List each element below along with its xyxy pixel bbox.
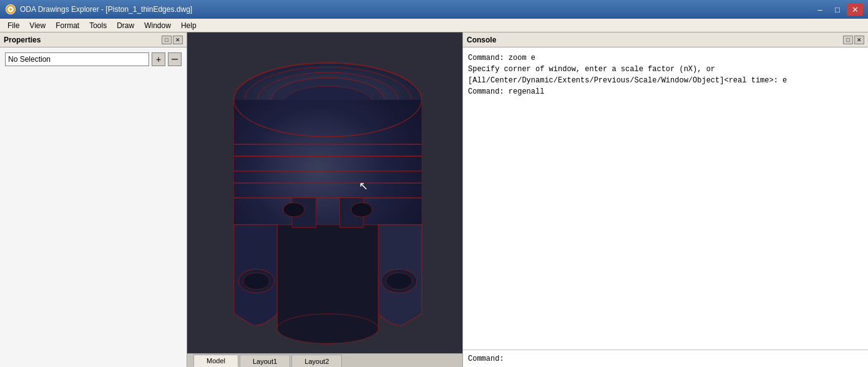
properties-panel: Properties □ ✕ No Selection + <box>0 32 187 367</box>
console-line-3: [All/Center/Dynamic/Extents/Previous/Sca… <box>468 75 863 86</box>
maximize-button[interactable]: □ <box>829 3 846 16</box>
command-input[interactable] <box>507 355 863 363</box>
console-body: Command: zoom e Specify corner of window… <box>463 47 868 350</box>
window-title: ODA Drawings Explorer - [Piston_1_thinEd… <box>20 5 812 14</box>
command-prompt: Command: <box>468 355 504 363</box>
remove-icon <box>171 56 178 63</box>
console-line-1: Command: zoom e <box>468 52 863 64</box>
properties-panel-title: Properties <box>4 36 41 44</box>
menu-format[interactable]: Format <box>51 20 84 31</box>
menu-help[interactable]: Help <box>176 20 202 31</box>
viewport-area[interactable]: ↖ Model Layout1 Layout2 <box>187 32 462 367</box>
add-property-button[interactable]: + <box>152 52 165 66</box>
properties-panel-header: Properties □ ✕ <box>0 32 187 47</box>
app-content: Properties □ ✕ No Selection + <box>0 32 868 367</box>
menu-bar: File View Format Tools Draw Window Help <box>0 19 868 32</box>
svg-rect-3 <box>172 59 178 60</box>
console-header: Console □ ✕ <box>463 32 868 47</box>
properties-panel-controls: □ ✕ <box>162 36 183 44</box>
viewport-canvas[interactable]: ↖ <box>187 32 462 353</box>
menu-file[interactable]: File <box>2 20 24 31</box>
console-footer[interactable]: Command: <box>463 350 868 367</box>
console-line-4: Command: regenall <box>468 86 863 97</box>
menu-tools[interactable]: Tools <box>84 20 112 31</box>
menu-window[interactable]: Window <box>139 20 176 31</box>
tab-layout2[interactable]: Layout2 <box>291 355 342 367</box>
properties-float-button[interactable]: □ <box>162 36 172 44</box>
svg-point-27 <box>283 203 305 217</box>
tabs-bar: Model Layout1 Layout2 <box>187 353 462 367</box>
title-bar: ODA Drawings Explorer - [Piston_1_thinEd… <box>0 0 868 19</box>
console-line-2: Specify corner of window, enter a scale … <box>468 64 863 75</box>
svg-point-20 <box>243 273 270 290</box>
tab-model[interactable]: Model <box>193 355 238 367</box>
console-close-button[interactable]: ✕ <box>854 36 864 44</box>
console-title: Console <box>467 36 496 44</box>
svg-point-22 <box>386 273 412 290</box>
tab-layout1[interactable]: Layout1 <box>240 355 290 367</box>
svg-point-28 <box>351 203 372 217</box>
close-button[interactable]: ✕ <box>847 3 863 16</box>
properties-body: No Selection + <box>0 47 187 71</box>
app-logo <box>5 4 16 15</box>
console-float-button[interactable]: □ <box>843 36 853 44</box>
menu-view[interactable]: View <box>24 20 51 31</box>
menu-draw[interactable]: Draw <box>112 20 139 31</box>
selection-dropdown-wrapper: No Selection <box>5 52 149 66</box>
console-panel: Console □ ✕ Command: zoom e Specify corn… <box>462 32 868 367</box>
title-bar-controls: – □ ✕ <box>812 3 863 16</box>
minimize-button[interactable]: – <box>812 3 828 16</box>
svg-point-2 <box>9 8 12 11</box>
properties-close-button[interactable]: ✕ <box>173 36 183 44</box>
selection-dropdown[interactable]: No Selection <box>5 52 149 66</box>
remove-property-button[interactable] <box>168 52 182 66</box>
svg-point-23 <box>277 314 378 344</box>
console-controls: □ ✕ <box>843 36 864 44</box>
